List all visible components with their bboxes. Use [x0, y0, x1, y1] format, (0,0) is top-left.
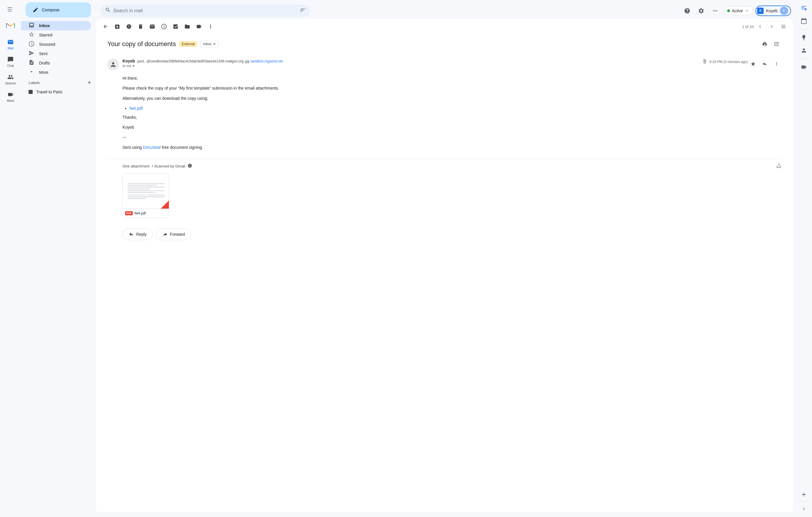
email-subject: Your copy of documents	[107, 40, 176, 48]
mark-as-read-button[interactable]	[147, 21, 157, 32]
nav-snoozed-label: Snoozed	[39, 42, 86, 47]
print-button[interactable]	[759, 39, 770, 49]
google-meet-button[interactable]	[798, 61, 810, 73]
reply-quick-button[interactable]	[759, 59, 770, 69]
move-to-button[interactable]	[182, 21, 193, 32]
nav-inbox[interactable]: Inbox	[21, 21, 91, 30]
help-button[interactable]	[682, 5, 693, 17]
more-icon	[29, 69, 34, 76]
settings-button[interactable]	[695, 5, 707, 17]
fw4-pdf-link[interactable]: fw4.pdf	[129, 106, 143, 111]
search-input[interactable]	[113, 8, 297, 13]
attachment-label: PDF fw4.pdf	[123, 209, 169, 218]
sent-icon	[29, 50, 34, 57]
body-greeting: Hi there,	[122, 75, 782, 81]
back-button[interactable]	[100, 21, 111, 32]
svg-rect-2	[7, 11, 12, 11]
label-travel[interactable]: Travel to Paris	[21, 87, 96, 96]
attachment-info-icon[interactable]	[187, 163, 192, 169]
open-in-new-button[interactable]	[771, 39, 782, 49]
star-button[interactable]	[748, 59, 758, 69]
inbox-icon	[29, 22, 34, 29]
body-thanks: Thanks,	[122, 114, 782, 120]
report-spam-button[interactable]	[124, 21, 134, 32]
mini-nav-chat[interactable]: Chat	[3, 54, 18, 70]
sender-email: post...@sandboxbac590fe6dac4c5dab3e853ae…	[137, 59, 243, 63]
prev-email-button[interactable]	[755, 21, 765, 32]
compose-label: Compose	[42, 7, 59, 12]
nav-snoozed[interactable]: Snoozed	[21, 40, 91, 49]
google-tasks-button[interactable]	[798, 2, 810, 14]
search-bar[interactable]	[100, 5, 310, 17]
compose-button[interactable]: Compose	[26, 2, 91, 18]
attachment-preview	[123, 174, 169, 209]
mini-nav-meet[interactable]: Meet	[3, 89, 18, 105]
nav-drafts[interactable]: Drafts	[21, 58, 91, 68]
more-actions-button[interactable]	[205, 21, 216, 32]
pdf-icon: PDF	[125, 211, 133, 215]
view-toggle-button[interactable]	[778, 21, 789, 32]
sender-via-domain[interactable]: sandbox.mgsend.net	[250, 59, 283, 63]
pagination-text: 1 of 10	[742, 25, 754, 29]
nav-more-label: More	[39, 70, 86, 75]
body-line2: Alternatively, you can download the copy…	[122, 95, 782, 102]
labels-section: Labels +	[21, 77, 96, 87]
nav-inbox-label: Inbox	[39, 23, 86, 28]
archive-button[interactable]	[112, 21, 122, 32]
mini-nav-spaces[interactable]: Spaces	[3, 71, 18, 88]
active-status[interactable]: Active	[723, 6, 753, 15]
mini-nav-meet-label: Meet	[7, 99, 14, 103]
message-more-button[interactable]	[771, 59, 782, 69]
attachment-indicator	[702, 59, 707, 65]
google-keep-button[interactable]	[798, 32, 810, 44]
sender-info: Koyeb post...@sandboxbac590fe6dac4c5dab3…	[122, 59, 702, 68]
svg-rect-0	[7, 7, 12, 8]
nav-drafts-label: Drafts	[39, 61, 86, 65]
mini-nav-mail-label: Mail	[7, 47, 13, 50]
drafts-icon	[29, 59, 34, 67]
attachment-card[interactable]: PDF fw4.pdf	[122, 173, 169, 218]
google-contacts-button[interactable]	[798, 45, 810, 56]
remove-inbox-tag[interactable]: ✕	[213, 42, 216, 46]
apps-button[interactable]	[709, 5, 721, 17]
search-tune-icon[interactable]	[300, 7, 306, 14]
label-color-dot	[29, 90, 33, 94]
snooze-button[interactable]	[159, 21, 169, 32]
subject-icons	[759, 39, 782, 49]
add-label-button[interactable]: +	[87, 79, 91, 86]
nav-starred[interactable]: Starred	[21, 30, 91, 40]
mini-sidebar: Mail Chat Spaces Meet	[0, 0, 21, 517]
reply-button[interactable]: Reply	[122, 228, 153, 240]
forward-button[interactable]: Forward	[156, 228, 191, 240]
expand-recipients[interactable]: ▾	[133, 64, 135, 68]
label-button[interactable]	[194, 21, 204, 32]
add-task-button[interactable]	[170, 21, 181, 32]
reply-label: Reply	[136, 232, 147, 237]
attachment-count: One attachment	[122, 164, 150, 168]
tag-inbox: Inbox ✕	[200, 41, 218, 47]
svg-rect-3	[802, 6, 807, 7]
nav-sent[interactable]: Sent	[21, 49, 91, 58]
tag-external: External	[179, 41, 197, 47]
docuseal-link[interactable]: DocuSeal	[143, 145, 161, 150]
pagination: 1 of 10	[742, 21, 789, 32]
mini-nav-mail[interactable]: Mail	[3, 36, 18, 53]
nav-starred-label: Starred	[39, 33, 86, 37]
gmail-logo	[3, 19, 18, 33]
hamburger-menu[interactable]	[3, 2, 18, 16]
add-app-button[interactable]	[798, 489, 810, 500]
save-attachment-button[interactable]	[776, 163, 782, 170]
expand-panel-button[interactable]	[798, 503, 810, 515]
google-calendar-button[interactable]	[798, 15, 810, 27]
koyeb-logo: K	[757, 7, 763, 14]
right-panel	[796, 0, 812, 517]
next-email-button[interactable]	[766, 21, 777, 32]
user-chip[interactable]: K Koyeb K	[755, 5, 791, 16]
delete-button[interactable]	[135, 21, 146, 32]
nav-more[interactable]: More	[21, 68, 91, 77]
sender-name: Koyeb	[122, 59, 135, 63]
body-separator: ---	[122, 134, 782, 140]
sender-avatar	[107, 59, 119, 70]
sender-via: via	[245, 59, 249, 63]
right-panel-divider-2	[800, 59, 807, 59]
